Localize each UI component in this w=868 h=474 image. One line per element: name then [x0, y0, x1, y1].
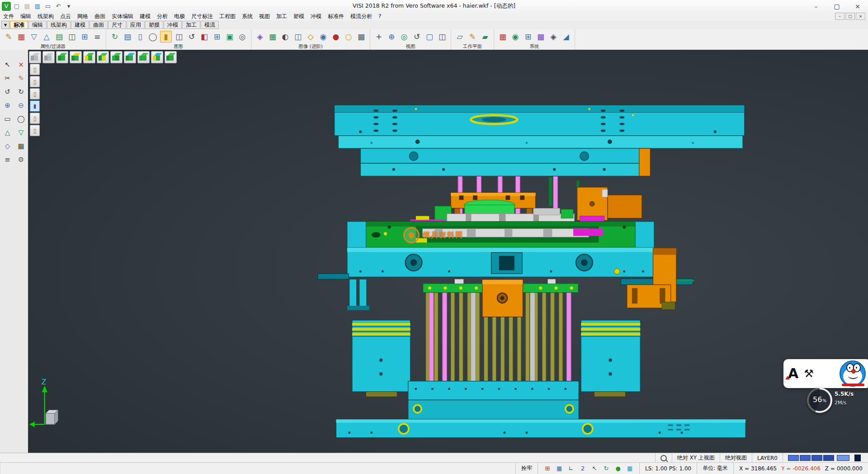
rotate-view-icon[interactable]: ↺ — [411, 31, 422, 42]
tab-dimension[interactable]: 尺寸 — [108, 21, 126, 29]
ortho-icon[interactable]: ∟ — [567, 465, 575, 473]
menu-help[interactable]: ? — [375, 13, 384, 19]
menu-analysis[interactable]: 分析 — [154, 13, 171, 20]
plot-icon[interactable]: ▭ — [43, 2, 52, 11]
tab-machining[interactable]: 加工 — [182, 21, 200, 29]
tab-modeling[interactable]: 建模 — [71, 21, 89, 29]
attr-paint-icon[interactable]: ▦ — [16, 31, 27, 42]
render-icon[interactable]: ◈ — [255, 31, 265, 42]
filter-down-icon[interactable]: ▽ — [28, 31, 39, 42]
tab-standard[interactable]: 标准 — [10, 21, 28, 29]
close-button[interactable]: × — [847, 0, 868, 12]
online-icon[interactable]: ● — [614, 465, 622, 473]
viewport-canvas[interactable]: Z — [28, 50, 868, 453]
view-cube-left-icon[interactable] — [124, 51, 136, 63]
tab-die[interactable]: 冲模 — [164, 21, 182, 29]
menu-machining[interactable]: 加工 — [273, 13, 290, 20]
cursor-icon[interactable]: ↖ — [590, 465, 599, 473]
texture-icon[interactable]: ▦ — [267, 31, 278, 42]
clipboard-slot-icon[interactable]: ▯ — [30, 125, 40, 136]
menu-mesh[interactable]: 网格 — [74, 13, 91, 20]
menu-system[interactable]: 系统 — [239, 13, 256, 20]
menu-solid-edit[interactable]: 实体编辑 — [108, 13, 137, 20]
tab-moldflow[interactable]: 模流 — [201, 21, 219, 29]
split-view-icon[interactable]: ◫ — [437, 31, 448, 42]
triangle-tool-icon[interactable]: △ — [2, 127, 13, 138]
menu-pointcloud[interactable]: 点云 — [57, 13, 74, 20]
mesh-tool-icon[interactable]: ▦ — [15, 140, 27, 152]
view-cube-iso-icon[interactable] — [56, 51, 68, 63]
speed-widget-card[interactable]: A ⚒ — [783, 359, 868, 388]
clipboard-slot-icon[interactable]: ▮ — [30, 100, 40, 112]
clipboard-slot-icon[interactable]: ▯ — [30, 113, 40, 124]
workplane-grid-icon[interactable]: ▦ — [626, 465, 634, 473]
hidden-line-icon[interactable]: ◫ — [174, 31, 184, 42]
workplane-align-icon[interactable]: ▰ — [480, 31, 491, 42]
view-redo-icon[interactable]: ↻ — [15, 86, 27, 97]
menu-drafting[interactable]: 工程图 — [216, 13, 239, 20]
visi-logo[interactable]: V — [2, 2, 11, 11]
menu-view[interactable]: 视图 — [256, 13, 273, 20]
tab-mold[interactable]: 塑膜 — [145, 21, 163, 29]
menu-electrode[interactable]: 电极 — [171, 13, 188, 20]
menu-file[interactable]: 文件 — [0, 13, 17, 20]
battery-percent-badge[interactable]: 56% — [807, 388, 832, 413]
clipboard-slot-icon[interactable]: ▯ — [30, 76, 40, 87]
view-undo-icon[interactable]: ↺ — [2, 86, 13, 97]
select-filter-icon[interactable]: ⊞ — [79, 31, 90, 42]
viewport-config-icon[interactable] — [29, 51, 41, 63]
save-icon[interactable]: ▥ — [33, 2, 42, 11]
menu-die[interactable]: 冲模 — [307, 13, 325, 20]
tab-surface[interactable]: 曲面 — [90, 21, 108, 29]
delete-tool-icon[interactable]: × — [15, 59, 27, 70]
tab-dropdown[interactable]: ▼ — [1, 21, 9, 29]
lock-toggle-cell[interactable]: 拴牢 — [515, 463, 538, 474]
redraw-icon[interactable]: ▣ — [224, 31, 235, 42]
snap-icon[interactable]: ⊞ — [543, 465, 552, 473]
zoom-in-tool-icon[interactable]: ⊕ — [2, 100, 13, 111]
view-mode-cell[interactable]: 绝对视图 — [720, 453, 752, 463]
cylinder-display-icon[interactable]: ▯ — [135, 31, 146, 42]
pan-view-icon[interactable]: + — [373, 31, 384, 42]
clipboard-slot-icon[interactable]: ▯ — [30, 88, 40, 100]
view-cube-top-icon[interactable] — [70, 51, 82, 63]
transparency-icon[interactable]: ◫ — [292, 31, 303, 42]
menu-surface[interactable]: 曲面 — [91, 13, 108, 20]
view-cube-back-icon[interactable] — [110, 51, 123, 63]
menu-wireframe[interactable]: 线架构 — [34, 13, 57, 20]
open-file-icon[interactable]: ▤ — [23, 2, 32, 11]
doc-restore-button[interactable]: ▢ — [845, 13, 855, 20]
zoom-window-icon[interactable]: ⊞ — [212, 31, 222, 42]
tools-icon[interactable]: ⚒ — [804, 367, 814, 380]
zoom-out-tool-icon[interactable]: ⊖ — [15, 100, 27, 111]
rect-tool-icon[interactable]: ▭ — [2, 113, 13, 124]
attr-list-icon[interactable]: ≡ — [92, 31, 103, 42]
view-cube-front-icon[interactable] — [83, 51, 95, 63]
system-pattern-icon[interactable]: ▩ — [535, 31, 546, 42]
light-icon[interactable]: ○ — [343, 31, 354, 42]
diamond-tool-icon[interactable]: ◇ — [2, 140, 13, 152]
layer2-icon[interactable]: 2 — [579, 465, 587, 473]
settings-tool-icon[interactable]: ⚙ — [15, 154, 27, 165]
minimize-button[interactable]: – — [806, 0, 826, 12]
doc-minimize-button[interactable]: – — [835, 13, 844, 20]
wireframe-mode-icon[interactable]: ◯ — [147, 31, 158, 42]
clipboard-slot-icon[interactable]: ▯ — [30, 64, 40, 75]
system-calc-icon[interactable]: ◈ — [548, 31, 559, 42]
view-cube-axon-icon[interactable] — [151, 51, 163, 63]
refresh-graphics-icon[interactable]: ↻ — [109, 31, 120, 42]
shadow-icon[interactable]: ◐ — [280, 31, 291, 42]
viewport[interactable]: Z — [28, 50, 868, 453]
search-icon[interactable] — [660, 455, 667, 461]
trim-tool-icon[interactable]: ✂ — [2, 72, 13, 84]
ambient-icon[interactable]: ◉ — [318, 31, 329, 42]
undo-icon[interactable]: ↶ — [54, 2, 63, 11]
select-tool-icon[interactable]: ↖ — [2, 59, 13, 70]
sketch-tool-icon[interactable]: ✎ — [15, 72, 27, 84]
menu-moldflow[interactable]: 模流分析 — [347, 13, 375, 20]
view-window-icon[interactable]: ▢ — [424, 31, 435, 42]
attr-edit-icon[interactable]: ✎ — [3, 31, 14, 42]
viewport-single-icon[interactable] — [42, 51, 55, 63]
restore-button[interactable]: ▢ — [826, 0, 847, 12]
background-icon[interactable]: ▩ — [356, 31, 367, 42]
